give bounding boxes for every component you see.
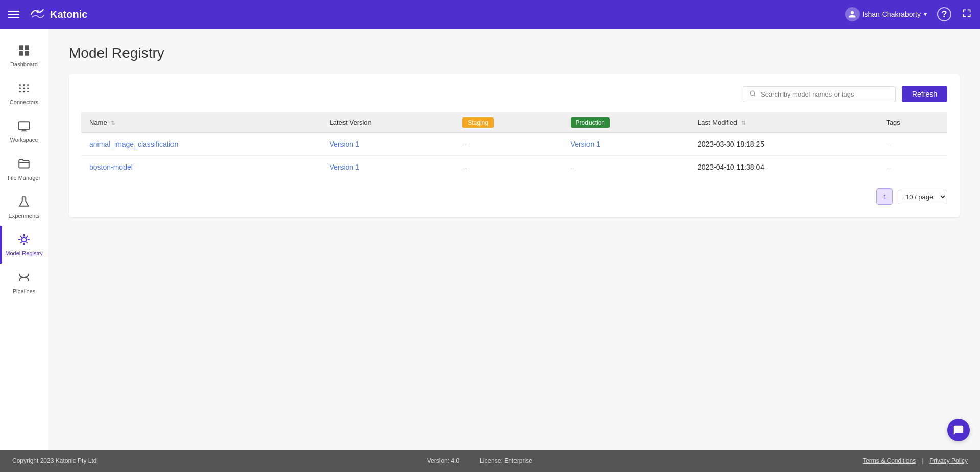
logo: Katonic: [28, 5, 87, 23]
app-footer: Copyright 2023 Katonic Pty Ltd Version: …: [0, 450, 980, 472]
search-icon: [749, 90, 756, 99]
latest-version-link[interactable]: Version 1: [329, 140, 359, 148]
tags-cell: –: [878, 133, 947, 156]
last-modified-cell: 2023-04-10 11:38:04: [690, 156, 878, 179]
svg-rect-1: [19, 45, 23, 50]
toolbar: Refresh: [81, 86, 947, 102]
sidebar-label-connectors: Connectors: [10, 99, 38, 105]
sidebar-label-workspace: Workspace: [10, 137, 38, 143]
svg-point-5: [19, 84, 21, 86]
header-right: Ishan Chakraborty ▾ ?: [845, 7, 972, 21]
svg-point-19: [750, 91, 754, 95]
svg-point-0: [36, 10, 39, 13]
staging-badge-header: Staging: [462, 117, 494, 128]
app-header: Katonic Ishan Chakraborty ▾ ?: [0, 0, 980, 29]
latest-version-link[interactable]: Version 1: [329, 163, 359, 171]
refresh-button[interactable]: Refresh: [902, 86, 947, 102]
svg-point-11: [19, 91, 21, 92]
page-title: Model Registry: [69, 45, 960, 61]
table-row: animal_image_classificationVersion 1–Ver…: [81, 133, 947, 156]
model-registry-card: Refresh Name ⇅ Latest Version Staging: [69, 74, 960, 217]
sidebar-label-experiments: Experiments: [8, 213, 39, 219]
experiments-icon: [17, 195, 31, 210]
sidebar-label-dashboard: Dashboard: [10, 61, 38, 67]
page-size-select[interactable]: 10 / page 20 / page 50 / page: [898, 190, 947, 204]
footer-version: Version: 4.0: [427, 457, 459, 464]
main-layout: Dashboard Connectors Workspace File Mana…: [0, 29, 980, 450]
svg-rect-16: [21, 131, 28, 132]
svg-rect-3: [19, 51, 23, 56]
svg-rect-4: [24, 51, 29, 56]
table-row: boston-modelVersion 1––2023-04-10 11:38:…: [81, 156, 947, 179]
model-name-link[interactable]: boston-model: [89, 163, 133, 171]
user-menu[interactable]: Ishan Chakraborty ▾: [845, 7, 927, 21]
svg-rect-2: [24, 45, 29, 50]
sidebar-item-pipelines[interactable]: Pipelines: [0, 264, 48, 301]
svg-rect-14: [18, 122, 30, 129]
search-input[interactable]: [761, 90, 889, 98]
col-latest-version: Latest Version: [321, 112, 454, 133]
production-badge-header: Production: [571, 117, 610, 128]
footer-copyright: Copyright 2023 Katonic Pty Ltd: [12, 457, 96, 464]
model-registry-icon: [17, 233, 31, 248]
sidebar-label-file-manager: File Manager: [8, 175, 40, 181]
connectors-icon: [17, 82, 31, 97]
col-staging: Staging: [454, 112, 562, 133]
svg-point-12: [23, 91, 24, 92]
col-production: Production: [562, 112, 690, 133]
models-table: Name ⇅ Latest Version Staging Production: [81, 112, 947, 178]
svg-point-13: [27, 91, 29, 92]
expand-icon[interactable]: [962, 8, 972, 21]
sidebar-label-model-registry: Model Registry: [5, 250, 42, 256]
col-last-modified[interactable]: Last Modified ⇅: [690, 112, 878, 133]
page-button-1[interactable]: 1: [876, 188, 893, 205]
chat-bubble[interactable]: [947, 419, 970, 441]
sidebar-item-experiments[interactable]: Experiments: [0, 188, 48, 226]
last-modified-cell: 2023-03-30 18:18:25: [690, 133, 878, 156]
search-box[interactable]: [743, 86, 896, 102]
footer-license: License: Enterprise: [480, 457, 532, 464]
sidebar-item-connectors[interactable]: Connectors: [0, 75, 48, 112]
table-header-row: Name ⇅ Latest Version Staging Production: [81, 112, 947, 133]
svg-point-10: [27, 87, 29, 89]
svg-point-7: [27, 84, 29, 86]
file-manager-icon: [17, 157, 31, 173]
sidebar: Dashboard Connectors Workspace File Mana…: [0, 29, 48, 450]
svg-point-18: [22, 238, 27, 242]
terms-link[interactable]: Terms & Conditions: [863, 457, 916, 464]
col-tags: Tags: [878, 112, 947, 133]
model-name-link[interactable]: animal_image_classification: [89, 140, 178, 148]
footer-right: Terms & Conditions | Privacy Policy: [863, 457, 968, 464]
pipelines-icon: [17, 271, 31, 286]
sort-icon-modified: ⇅: [741, 120, 746, 126]
tags-cell: –: [878, 156, 947, 179]
sort-icon-name: ⇅: [111, 120, 115, 126]
production-cell: Version 1: [562, 133, 690, 156]
workspace-icon: [17, 120, 31, 135]
svg-rect-15: [22, 130, 27, 131]
help-icon[interactable]: ?: [937, 7, 951, 21]
hamburger-icon[interactable]: [8, 11, 19, 18]
content-area: Model Registry Refresh Name: [48, 29, 980, 450]
staging-cell: –: [454, 156, 562, 179]
sidebar-item-workspace[interactable]: Workspace: [0, 112, 48, 150]
privacy-link[interactable]: Privacy Policy: [929, 457, 968, 464]
sidebar-label-pipelines: Pipelines: [13, 288, 36, 294]
svg-point-9: [23, 87, 24, 89]
footer-center: Version: 4.0 License: Enterprise: [427, 457, 532, 464]
sidebar-item-file-manager[interactable]: File Manager: [0, 150, 48, 188]
sidebar-item-dashboard[interactable]: Dashboard: [0, 37, 48, 75]
sidebar-item-model-registry[interactable]: Model Registry: [0, 226, 48, 264]
chevron-down-icon: ▾: [924, 11, 927, 18]
user-name: Ishan Chakraborty: [863, 10, 921, 18]
dashboard-icon: [17, 44, 31, 59]
header-left: Katonic: [8, 5, 87, 23]
production-cell: –: [562, 156, 690, 179]
pagination: 1 10 / page 20 / page 50 / page: [81, 188, 947, 205]
svg-point-6: [23, 84, 24, 86]
user-avatar: [845, 7, 860, 21]
svg-point-8: [19, 87, 21, 89]
col-name[interactable]: Name ⇅: [81, 112, 321, 133]
staging-cell: –: [454, 133, 562, 156]
